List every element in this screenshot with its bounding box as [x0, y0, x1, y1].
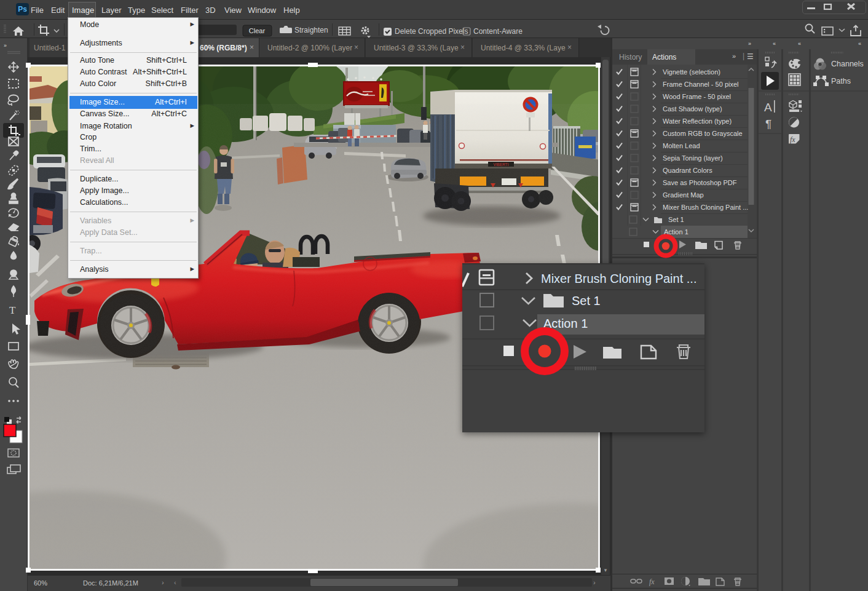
- svg-text:Quadrant Colors: Quadrant Colors: [663, 167, 712, 174]
- svg-text:Content-Aware: Content-Aware: [473, 27, 523, 36]
- svg-text:Water Reflection (type): Water Reflection (type): [663, 117, 732, 125]
- svg-text:Save as Photoshop PDF: Save as Photoshop PDF: [663, 179, 737, 186]
- svg-text:Set 1: Set 1: [572, 294, 601, 307]
- svg-text:fx: fx: [790, 135, 795, 144]
- svg-text:Custom RGB to Grayscale: Custom RGB to Grayscale: [663, 130, 743, 137]
- svg-text:Delete Cropped Pixels: Delete Cropped Pixels: [395, 27, 468, 36]
- svg-text:Mixer Brush Cloning Paint ...: Mixer Brush Cloning Paint ...: [663, 204, 748, 211]
- svg-text:Cast Shadow (type): Cast Shadow (type): [663, 105, 722, 113]
- svg-text:¶: ¶: [765, 117, 771, 130]
- svg-text:fx: fx: [649, 577, 655, 586]
- svg-text:Molten Lead: Molten Lead: [663, 142, 700, 149]
- svg-text:Straighten: Straighten: [294, 26, 328, 34]
- svg-text:Mixer Brush Cloning Paint ...: Mixer Brush Cloning Paint ...: [541, 272, 696, 285]
- svg-text:A: A: [764, 101, 772, 114]
- svg-text:Frame Channel - 50 pixel: Frame Channel - 50 pixel: [663, 81, 739, 88]
- svg-text:Clear: Clear: [249, 27, 266, 34]
- svg-text:Gradient Map: Gradient Map: [663, 191, 704, 199]
- svg-text:»: »: [4, 42, 7, 49]
- svg-text:Vignette (selection): Vignette (selection): [663, 68, 720, 76]
- svg-text:T: T: [9, 304, 16, 316]
- svg-text:Sepia Toning (layer): Sepia Toning (layer): [663, 154, 723, 162]
- svg-text:Set 1: Set 1: [668, 216, 684, 223]
- svg-text:Wood Frame - 50 pixel: Wood Frame - 50 pixel: [663, 93, 731, 100]
